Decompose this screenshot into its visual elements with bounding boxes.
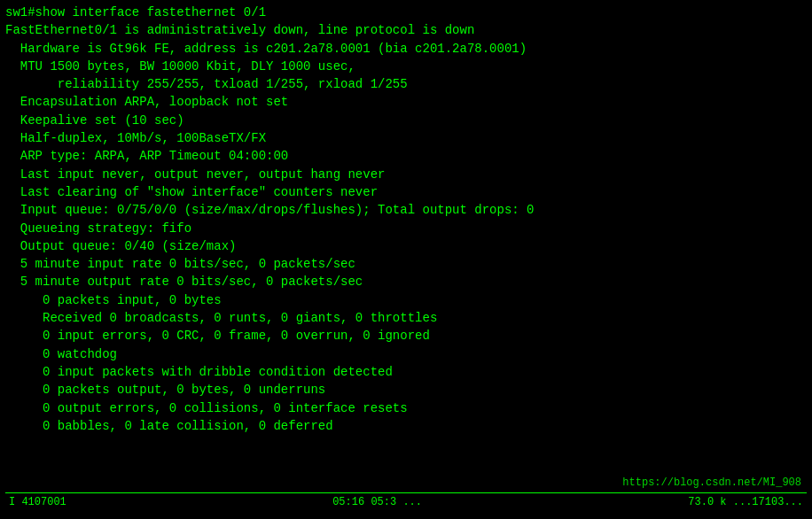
terminal-line: Hardware is Gt96k FE, address is c201.2a… — [5, 40, 807, 58]
terminal-line: Queueing strategy: fifo — [5, 220, 807, 237]
terminal-line: 5 minute output rate 0 bits/sec, 0 packe… — [5, 273, 807, 290]
terminal-line: Last clearing of "show interface" counte… — [5, 183, 807, 201]
terminal-line: Encapsulation ARPA, loopback not set — [5, 93, 807, 111]
terminal-line: reliability 255/255, txload 1/255, rxloa… — [5, 75, 807, 93]
terminal-line: 5 minute input rate 0 bits/sec, 0 packet… — [5, 255, 807, 273]
terminal-line: ARP type: ARPA, ARP Timeout 04:00:00 — [5, 147, 807, 165]
terminal-line: 0 packets output, 0 bytes, 0 underruns — [5, 381, 807, 399]
terminal-line: Last input never, output never, output h… — [5, 166, 807, 183]
terminal-line: MTU 1500 bytes, BW 10000 Kbit, DLY 1000 … — [5, 58, 807, 75]
status-right: 73.0 k ...17103... — [688, 495, 803, 510]
status-left: I 4107001 — [9, 495, 66, 510]
terminal-line: Received 0 broadcasts, 0 runts, 0 giants… — [5, 309, 807, 327]
terminal-line: 0 babbles, 0 late collision, 0 deferred — [5, 417, 807, 435]
status-center: 05:16 05:3 ... — [332, 495, 422, 510]
terminal-line: 0 input packets with dribble condition d… — [5, 363, 807, 381]
terminal-line: FastEthernet0/1 is administratively down… — [5, 21, 807, 39]
terminal-line: 0 input errors, 0 CRC, 0 frame, 0 overru… — [5, 327, 807, 345]
terminal-line: 0 output errors, 0 collisions, 0 interfa… — [5, 399, 807, 417]
terminal-line: Output queue: 0/40 (size/max) — [5, 237, 807, 255]
watermark: https://blog.csdn.net/MI_908 — [622, 476, 801, 491]
terminal-line: sw1#show interface fastethernet 0/1 — [5, 4, 807, 21]
status-bar: I 4107001 05:16 05:3 ... 73.0 k ...17103… — [5, 492, 807, 510]
terminal-line: Input queue: 0/75/0/0 (size/max/drops/fl… — [5, 201, 807, 219]
terminal-line: Half-duplex, 10Mb/s, 100BaseTX/FX — [5, 129, 807, 147]
terminal-line: 0 packets input, 0 bytes — [5, 291, 807, 309]
terminal-line: 0 watchdog — [5, 345, 807, 363]
terminal-window: sw1#show interface fastethernet 0/1FastE… — [5, 4, 807, 515]
terminal-output: sw1#show interface fastethernet 0/1FastE… — [5, 4, 807, 435]
terminal-line: Keepalive set (10 sec) — [5, 112, 807, 129]
